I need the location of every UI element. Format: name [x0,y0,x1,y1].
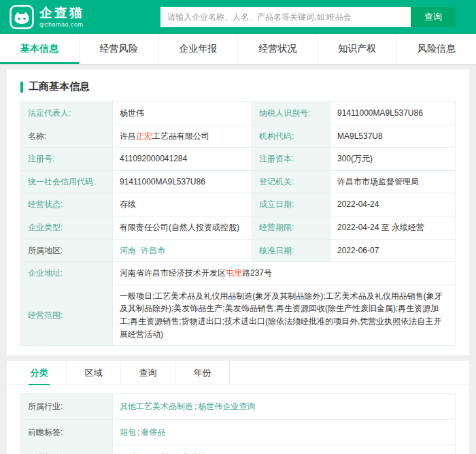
info-row: 法定代表人: 杨世伟 纳税人识别号: 91411000MA9L537U86 [21,102,456,125]
field-label: 统一社会信用代码: [21,170,113,193]
company-type-value: 有限责任公司(自然人投资或控股) [113,216,252,239]
company-info-table: 法定代表人: 杨世伟 纳税人识别号: 91411000MA9L537U86 名称… [20,101,456,346]
info-row: 经营范围: 一般项目:工艺美术品及礼仪用品制造(象牙及其制品除外);工艺美术品及… [21,285,456,345]
highlighted-keyword: 屯里 [226,268,242,278]
field-label: 法定代表人: [21,102,113,125]
field-label: 名称: [21,125,113,148]
establishment-date-value: 2022-04-24 [330,193,456,216]
search-input[interactable] [160,7,411,27]
operating-status-value: 存续 [113,193,252,216]
tag-label: 展会标签: [21,445,113,454]
field-label: 登记机关: [252,170,330,193]
forward-tag-links: 箱包;奢侈品 [113,419,456,445]
link-separator [137,246,139,255]
operating-period-value: 2022-04-24 至 永续经营 [330,216,456,239]
legal-representative-value: 杨世伟 [113,102,252,125]
section-title-bar [20,82,23,93]
business-scope-value: 一般项目:工艺美术品及礼仪用品制造(象牙及其制品除外);工艺美术品及礼仪用品销售… [113,285,456,345]
company-name-value: 许昌正宏工艺品有限公司 [113,125,252,148]
section-title-text: 工商基本信息 [29,80,90,93]
tag-subtabs: 分类 区域 查询 年份 [7,361,469,385]
main-nav: 基本信息 经营风险 企业年报 经营状况 知识产权 风险信息 [0,34,476,64]
search-bar: 查询 [160,7,456,27]
field-label: 注册资本: [252,148,330,171]
field-label: 经营期限: [252,216,330,239]
taxpayer-id-value: 91411000MA9L537U86 [330,102,456,125]
region-value: 河南 许昌市 [113,239,252,262]
org-code-value: MA9L537U8 [330,125,456,148]
field-label: 经营范围: [21,285,113,345]
cat-logo-icon [10,5,34,29]
tab-business-risk[interactable]: 经营风险 [80,34,159,64]
info-row: 企业地址: 河南省许昌市经济技术开发区屯里路237号 [21,262,456,285]
registered-capital-value: 300(万元) [330,148,456,171]
subtab-region[interactable]: 区域 [67,361,121,385]
field-label: 所属地区: [21,239,113,262]
highlighted-keyword: 正宏 [136,131,152,141]
field-label: 核准日期: [252,239,330,262]
info-row: 经营状态: 存续 成立日期: 2022-04-24 [21,193,456,216]
tag-link[interactable]: 许昌市 [141,246,165,255]
link-separator: ; [137,427,139,437]
tag-link[interactable]: 其他工艺美术品制造 [120,402,193,411]
tab-operating-status[interactable]: 经营状况 [238,34,318,64]
tab-basic-info[interactable]: 基本信息 [0,34,80,64]
logo[interactable]: 企查猫 qichamao.com [10,5,84,29]
tab-risk-info[interactable]: 风险信息 [397,34,476,64]
tag-table: 所属行业: 其他工艺美术品制造;杨世伟企业查询 前瞻标签: 箱包;奢侈品 展会标… [20,393,456,454]
info-row: 所属地区: 河南 许昌市 核准日期: 2022-06-07 [21,239,456,262]
tag-row: 所属行业: 其他工艺美术品制造;杨世伟企业查询 [21,394,456,420]
field-label: 机构代码: [252,125,330,148]
approval-date-value: 2022-06-07 [330,239,456,262]
tag-link[interactable]: 箱包 [120,427,136,437]
tab-intellectual-property[interactable]: 知识产权 [318,34,397,64]
field-label: 纳税人识别号: [252,102,330,125]
field-label: 企业类型: [21,216,113,239]
info-row: 名称: 许昌正宏工艺品有限公司 机构代码: MA9L537U8 [21,125,456,148]
tags-card: 分类 区域 查询 年份 所属行业: 其他工艺美术品制造;杨世伟企业查询 前瞻标签… [7,361,469,454]
tag-row: 前瞻标签: 箱包;奢侈品 [21,419,456,445]
subtab-query[interactable]: 查询 [121,361,175,385]
basic-info-card: 工商基本信息 法定代表人: 杨世伟 纳税人识别号: 91411000MA9L53… [7,69,469,355]
info-row: 注册号: 411092000041284 注册资本: 300(万元) [21,148,456,171]
link-separator: ; [194,402,197,411]
info-row: 企业类型: 有限责任公司(自然人投资或控股) 经营期限: 2022-04-24 … [21,216,456,239]
tag-link[interactable]: 河南 [120,246,136,255]
field-label: 注册号: [21,148,113,171]
info-row: 统一社会信用代码: 91411000MA9L537U86 登记机关: 许昌市市场… [21,170,456,193]
logo-title: 企查猫 [39,6,84,19]
company-address-value: 河南省许昌市经济技术开发区屯里路237号 [113,262,456,285]
tag-link[interactable]: 奢侈品 [141,427,165,437]
tag-label: 前瞻标签: [21,419,113,445]
section-title: 工商基本信息 [20,80,456,93]
registration-number-value: 411092000041284 [113,148,252,171]
field-label: 企业地址: [21,262,113,285]
field-label: 成立日期: [252,193,330,216]
subtab-year[interactable]: 年份 [175,361,230,385]
tab-annual-report[interactable]: 企业年报 [159,34,239,64]
subtab-category[interactable]: 分类 [12,361,67,385]
industry-links: 其他工艺美术品制造;杨世伟企业查询 [113,394,456,420]
header: 企查猫 qichamao.com 查询 [0,0,476,34]
search-button[interactable]: 查询 [411,7,456,27]
registration-authority-value: 许昌市市场监督管理局 [330,170,456,193]
credit-code-value: 91411000MA9L537U86 [113,170,252,193]
exhibition-tag-links: 婚纱摄影器材;珠宝首饰 [113,445,456,454]
tag-label: 所属行业: [21,394,113,420]
field-label: 经营状态: [21,193,113,216]
tag-link[interactable]: 杨世伟企业查询 [198,402,255,411]
tag-row: 展会标签: 婚纱摄影器材;珠宝首饰 [21,445,456,454]
logo-subtitle: qichamao.com [39,21,84,28]
